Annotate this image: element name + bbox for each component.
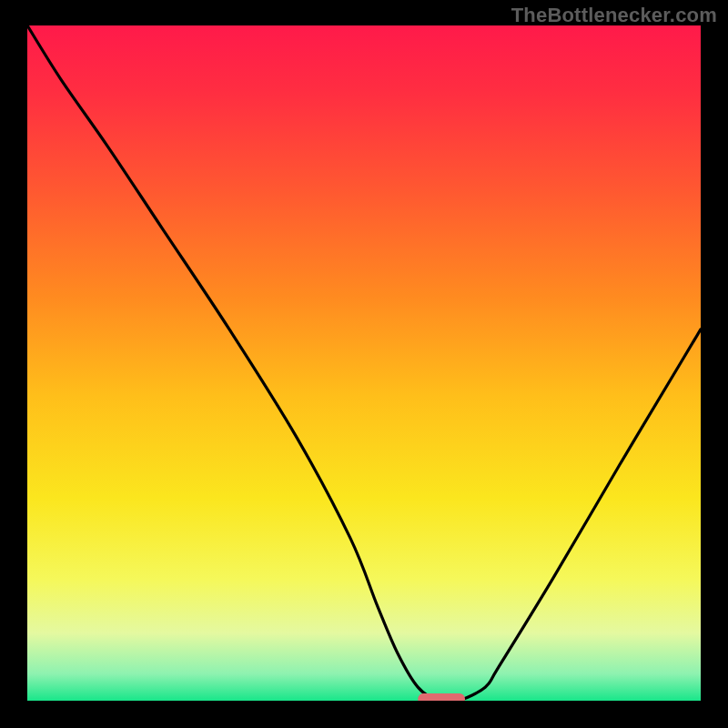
bottleneck-chart bbox=[27, 25, 701, 701]
optimal-range-marker bbox=[418, 693, 465, 701]
watermark-text: TheBottleneсker.com bbox=[511, 4, 717, 27]
chart-container: TheBottleneсker.com bbox=[0, 0, 728, 728]
plot-area bbox=[27, 25, 701, 701]
gradient-background bbox=[27, 25, 701, 701]
